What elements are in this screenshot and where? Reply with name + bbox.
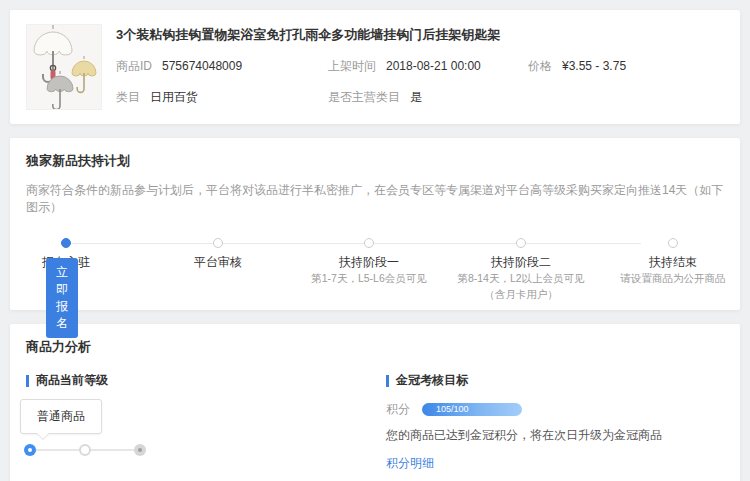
price-value: ¥3.55 - 3.75 xyxy=(562,59,626,73)
level-slider xyxy=(24,443,146,457)
slider-dot-middle-icon xyxy=(79,444,91,456)
main-category-value: 是 xyxy=(410,89,422,106)
current-level-panel: 商品当前等级 普通商品 xyxy=(26,372,386,472)
score-progress-bar: 105/100 xyxy=(422,403,522,416)
slider-dot-current-icon xyxy=(24,444,36,456)
blue-bar-icon xyxy=(386,375,389,387)
category-value: 日用百货 xyxy=(150,89,198,106)
product-analysis-card: 商品力分析 商品当前等级 普通商品 金冠考核目标 积分 105/100 xyxy=(10,324,740,481)
step-dot-icon xyxy=(668,238,678,248)
step-dot-icon xyxy=(364,238,374,248)
support-plan-card: 独家新品扶持计划 商家符合条件的新品参与计划后，平台将对该品进行半私密推广，在会… xyxy=(10,138,740,310)
listing-time-value: 2018-08-21 00:00 xyxy=(386,59,481,73)
step-sub-note: 请设置商品为公开商品 xyxy=(608,271,738,287)
step-dot-icon xyxy=(516,238,526,248)
product-id-value: 575674048009 xyxy=(162,59,242,73)
main-category-field: 是否主营类目 是 xyxy=(328,89,724,106)
gold-crown-target-panel: 金冠考核目标 积分 105/100 您的商品已达到金冠积分，将在次日升级为金冠商… xyxy=(386,372,724,472)
slider-dot-end-icon xyxy=(134,444,146,456)
analysis-title: 商品力分析 xyxy=(26,338,724,356)
blue-bar-icon xyxy=(26,375,29,387)
gold-crown-target-header: 金冠考核目标 xyxy=(396,372,468,389)
score-message: 您的商品已达到金冠积分，将在次日升级为金冠商品 xyxy=(386,427,724,444)
umbrella-hooks-image xyxy=(27,25,102,110)
price-field: 价格 ¥3.55 - 3.75 xyxy=(528,58,724,75)
product-thumbnail xyxy=(26,24,102,110)
product-summary-card: 3个装粘钩挂钩置物架浴室免打孔雨伞多功能墙挂钩门后挂架钥匙架 商品ID 5756… xyxy=(10,10,740,124)
support-plan-title: 独家新品扶持计划 xyxy=(26,152,724,170)
step-dot-icon xyxy=(213,238,223,248)
score-detail-link[interactable]: 积分明细 xyxy=(386,455,434,472)
apply-now-button[interactable]: 立即报名 xyxy=(46,258,78,338)
support-plan-description: 商家符合条件的新品参与计划后，平台将对该品进行半私密推广，在会员专区等专属渠道对… xyxy=(26,182,724,216)
score-label: 积分 xyxy=(386,401,410,418)
step-sub-note: 第1-7天，L5-L6会员可见 xyxy=(304,271,434,287)
product-id-field: 商品ID 575674048009 xyxy=(116,58,328,75)
category-field: 类目 日用百货 xyxy=(116,89,328,106)
current-level-tooltip: 普通商品 xyxy=(20,399,102,434)
listing-time-field: 上架时间 2018-08-21 00:00 xyxy=(328,58,528,75)
support-plan-timeline: 报名入驻 立即报名 平台审核 扶持阶段一 第1-7天，L5-L6会员可见 扶持阶… xyxy=(26,238,724,296)
timeline-line xyxy=(66,243,641,244)
current-level-header: 商品当前等级 xyxy=(36,372,108,389)
step-dot-active-icon xyxy=(61,238,71,248)
product-title: 3个装粘钩挂钩置物架浴室免打孔雨伞多功能墙挂钩门后挂架钥匙架 xyxy=(116,26,724,44)
step-sub-note: 第8-14天，L2以上会员可见（含月卡用户） xyxy=(456,271,586,303)
